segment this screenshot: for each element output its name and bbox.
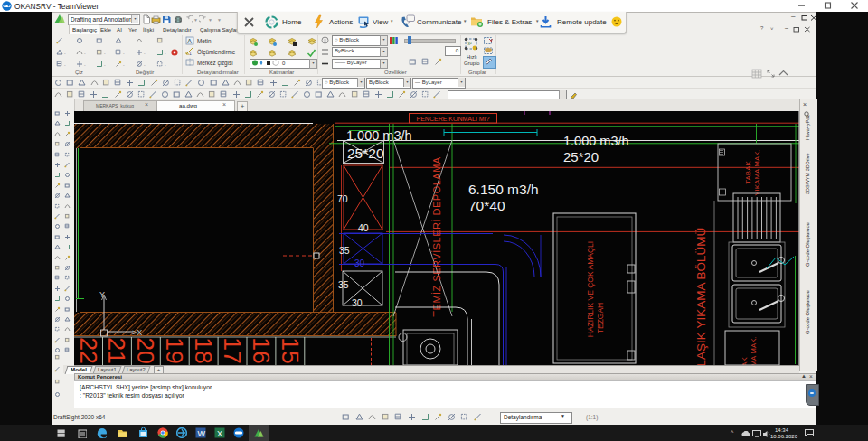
svg-text:0: 0 [282, 61, 286, 66]
svg-text:x²: x² [468, 41, 473, 46]
svg-text:6.150 m3/h: 6.150 m3/h [468, 182, 539, 197]
svg-text:HAZIRLIK VE ÇOK AMAÇLI: HAZIRLIK VE ÇOK AMAÇLI [586, 241, 595, 337]
svg-text:17: 17 [219, 337, 246, 363]
svg-text:19: 19 [161, 337, 188, 363]
svg-text:W: W [198, 429, 206, 438]
svg-text:18: 18 [190, 337, 217, 363]
svg-text:20: 20 [132, 337, 159, 363]
svg-text:X: X [217, 429, 222, 438]
svg-text:A: A [187, 38, 192, 44]
svg-text:1.000 m3/h: 1.000 m3/h [563, 134, 629, 148]
svg-text:YIKAMA MAK.: YIKAMA MAK. [750, 336, 758, 365]
svg-text:16: 16 [248, 337, 275, 363]
svg-text:25*20: 25*20 [563, 149, 599, 164]
svg-text:TABAK: TABAK [744, 161, 752, 184]
svg-text:70: 70 [337, 193, 348, 204]
svg-text:>X: >X [132, 328, 142, 337]
svg-text:40: 40 [358, 222, 369, 233]
svg-text:35: 35 [338, 279, 349, 290]
svg-text:1.000 m3/h: 1.000 m3/h [346, 128, 412, 143]
svg-text:15: 15 [277, 337, 304, 363]
svg-text:Y: Y [99, 290, 105, 299]
svg-text:1: 1 [189, 51, 192, 56]
svg-text:TABAK: TABAK [741, 357, 749, 365]
svg-text:70*40: 70*40 [468, 198, 505, 213]
svg-text:TEMİZ SERVİSLERİ DEPOLAMA: TEMİZ SERVİSLERİ DEPOLAMA [431, 156, 442, 317]
svg-text:BULAŞIK YIKAMA BÖLÜMÜ: BULAŞIK YIKAMA BÖLÜMÜ [694, 228, 708, 365]
svg-text:PENCERE KONMALI MI?: PENCERE KONMALI MI? [417, 116, 490, 122]
svg-text:35: 35 [339, 245, 350, 256]
svg-text:21: 21 [103, 337, 130, 363]
svg-text:YIKAMA MAK.: YIKAMA MAK. [753, 149, 761, 196]
svg-text:TEZGAH: TEZGAH [596, 303, 605, 333]
svg-text:25*20: 25*20 [347, 145, 384, 161]
svg-text:30: 30 [352, 297, 363, 308]
svg-text:22: 22 [75, 337, 102, 363]
svg-text:30: 30 [354, 258, 365, 268]
